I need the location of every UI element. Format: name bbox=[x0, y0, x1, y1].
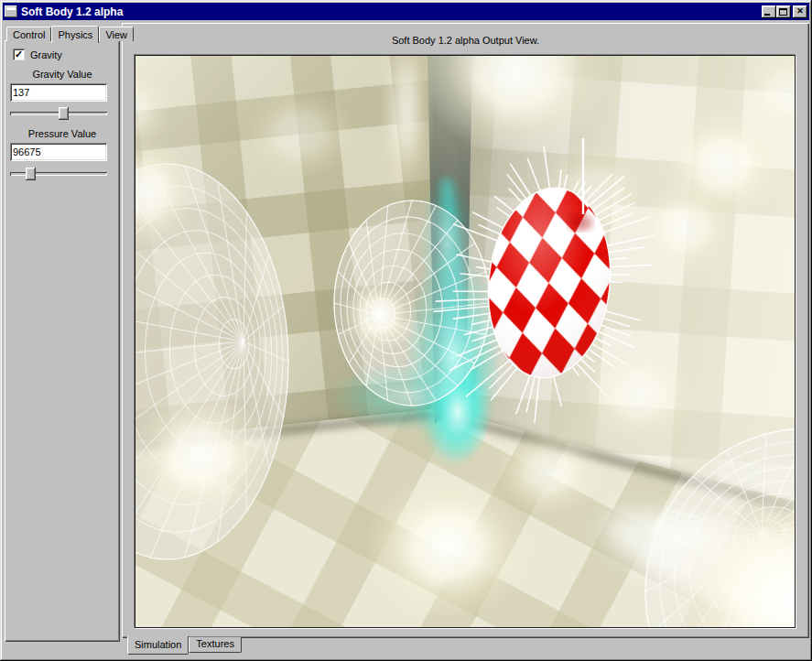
maximize-button[interactable] bbox=[776, 5, 791, 18]
gravity-value-input[interactable] bbox=[10, 83, 107, 102]
checkmark-icon: ✓ bbox=[15, 49, 23, 60]
gravity-value-label: Gravity Value bbox=[5, 69, 120, 80]
minimize-icon bbox=[764, 14, 770, 16]
tab-view[interactable]: View bbox=[99, 27, 134, 41]
pressure-slider[interactable] bbox=[10, 168, 107, 180]
close-icon: ✕ bbox=[796, 7, 804, 16]
pressure-slider-track[interactable] bbox=[10, 172, 107, 176]
pressure-slider-thumb[interactable] bbox=[26, 168, 36, 180]
center-wireframe-sphere bbox=[334, 200, 490, 406]
close-button[interactable]: ✕ bbox=[793, 5, 807, 18]
gravity-checkbox[interactable]: ✓ bbox=[13, 49, 25, 60]
maximize-icon bbox=[779, 8, 787, 16]
gravity-checkbox-row[interactable]: ✓ Gravity bbox=[13, 49, 62, 60]
gravity-slider[interactable] bbox=[10, 107, 107, 120]
left-tab-strip: Control Physics View bbox=[6, 25, 134, 41]
output-viewport-3d-scene bbox=[135, 56, 795, 627]
gravity-checkbox-label: Gravity bbox=[30, 49, 62, 60]
tab-simulation[interactable]: Simulation bbox=[127, 636, 189, 655]
minimize-button[interactable] bbox=[762, 5, 776, 18]
physics-tab-page: ✓ Gravity Gravity Value Pressure Value bbox=[5, 40, 120, 642]
gravity-slider-thumb[interactable] bbox=[59, 107, 69, 120]
output-view-label: Soft Body 1.2 alpha Output View. bbox=[122, 35, 809, 46]
tab-control[interactable]: Control bbox=[6, 27, 51, 41]
app-window: Soft Body 1.2 alpha ✕ Control Physics Vi… bbox=[0, 0, 812, 661]
title-bar[interactable]: Soft Body 1.2 alpha ✕ bbox=[3, 3, 809, 20]
app-window-icon[interactable] bbox=[5, 5, 17, 17]
output-panel: Soft Body 1.2 alpha Output View. bbox=[122, 23, 809, 638]
output-viewport[interactable] bbox=[135, 55, 796, 628]
pressure-value-input[interactable] bbox=[10, 143, 107, 161]
bottom-tab-strip: Simulation Textures bbox=[127, 637, 242, 655]
window-title: Soft Body 1.2 alpha bbox=[21, 5, 762, 18]
pressure-value-label: Pressure Value bbox=[5, 128, 120, 139]
tab-physics[interactable]: Physics bbox=[51, 26, 99, 43]
tab-textures[interactable]: Textures bbox=[189, 637, 242, 653]
